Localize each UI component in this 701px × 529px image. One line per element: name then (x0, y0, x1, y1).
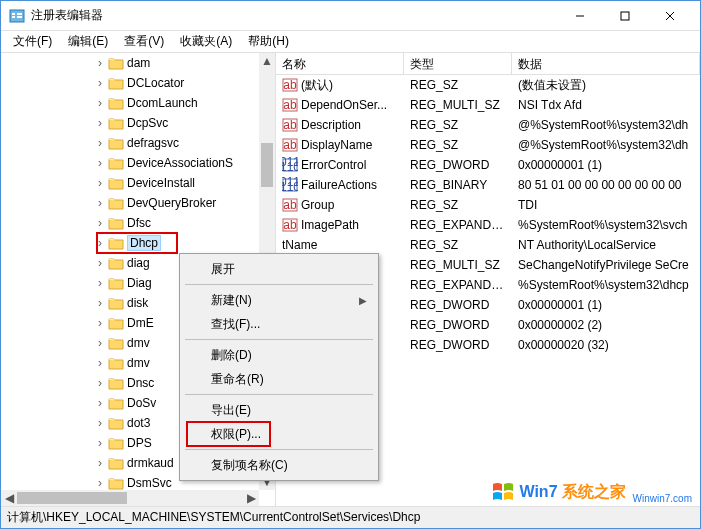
expand-icon[interactable]: › (93, 136, 107, 150)
tree-horizontal-scrollbar[interactable]: ◀ ▶ (1, 490, 259, 506)
value-data: 0x00000001 (1) (512, 158, 700, 172)
minimize-button[interactable] (557, 1, 602, 31)
expand-icon[interactable]: › (93, 56, 107, 70)
column-data-header[interactable]: 数据 (512, 53, 700, 74)
expand-icon[interactable]: › (93, 396, 107, 410)
folder-icon (108, 136, 124, 150)
tree-item-label: Dnsc (127, 376, 154, 390)
expand-icon[interactable]: › (93, 296, 107, 310)
string-value-icon: ab (282, 217, 298, 233)
svg-rect-6 (621, 12, 629, 20)
expand-icon[interactable]: › (93, 176, 107, 190)
value-data: (数值未设置) (512, 77, 700, 94)
menu-edit[interactable]: 编辑(E) (60, 31, 116, 52)
expand-icon[interactable]: › (93, 456, 107, 470)
tree-item-devquerybroker[interactable]: ›DevQueryBroker (1, 193, 275, 213)
tree-item-dfsc[interactable]: ›Dfsc (1, 213, 275, 233)
expand-icon[interactable]: › (93, 436, 107, 450)
svg-text:ab: ab (283, 198, 297, 212)
scroll-right-icon[interactable]: ▶ (243, 490, 259, 506)
value-name: abGroup (276, 197, 404, 213)
value-type: REG_DWORD (404, 338, 512, 352)
separator (185, 339, 373, 340)
column-name-header[interactable]: 名称 (276, 53, 404, 74)
folder-icon (108, 296, 124, 310)
folder-icon (108, 376, 124, 390)
expand-icon[interactable]: › (93, 156, 107, 170)
svg-text:ab: ab (283, 98, 297, 112)
value-data: SeChangeNotifyPrivilege SeCre (512, 258, 700, 272)
expand-icon[interactable]: › (93, 116, 107, 130)
svg-rect-4 (17, 16, 22, 18)
ctx-expand[interactable]: 展开 (183, 257, 375, 281)
ctx-copy-key-name[interactable]: 复制项名称(C) (183, 453, 375, 477)
value-row[interactable]: tNameREG_SZNT Authority\LocalService (276, 235, 700, 255)
value-row[interactable]: abDependOnSer...REG_MULTI_SZNSI Tdx Afd (276, 95, 700, 115)
expand-icon[interactable]: › (93, 196, 107, 210)
scroll-thumb[interactable] (17, 492, 127, 504)
tree-item-dhcp[interactable]: ›Dhcp (1, 233, 275, 253)
expand-icon[interactable]: › (93, 276, 107, 290)
binary-value-icon: 011110 (282, 177, 298, 193)
value-row[interactable]: 011110FailureActionsREG_BINARY80 51 01 0… (276, 175, 700, 195)
value-row[interactable]: abDescriptionREG_SZ@%SystemRoot%\system3… (276, 115, 700, 135)
value-row[interactable]: abImagePathREG_EXPAND_SZ%SystemRoot%\sys… (276, 215, 700, 235)
svg-text:110: 110 (282, 180, 298, 193)
ctx-find[interactable]: 查找(F)... (183, 312, 375, 336)
tree-item-dcomlaunch[interactable]: ›DcomLaunch (1, 93, 275, 113)
scroll-up-icon[interactable]: ▲ (259, 53, 275, 69)
expand-icon[interactable]: › (93, 376, 107, 390)
tree-item-defragsvc[interactable]: ›defragsvc (1, 133, 275, 153)
value-type: REG_SZ (404, 138, 512, 152)
separator (185, 284, 373, 285)
menu-help[interactable]: 帮助(H) (240, 31, 297, 52)
tree-item-dam[interactable]: ›dam (1, 53, 275, 73)
value-type: REG_EXPAND_SZ (404, 218, 512, 232)
value-name: 011110FailureActions (276, 177, 404, 193)
tree-item-label: DevQueryBroker (127, 196, 216, 210)
maximize-button[interactable] (602, 1, 647, 31)
ctx-delete[interactable]: 删除(D) (183, 343, 375, 367)
expand-icon[interactable]: › (93, 336, 107, 350)
expand-icon[interactable]: › (93, 316, 107, 330)
menu-file[interactable]: 文件(F) (5, 31, 60, 52)
value-data: %SystemRoot%\system32\svch (512, 218, 700, 232)
tree-item-label: DmE (127, 316, 154, 330)
value-row[interactable]: ab(默认)REG_SZ(数值未设置) (276, 75, 700, 95)
ctx-new[interactable]: 新建(N)▶ (183, 288, 375, 312)
tree-item-deviceassociations[interactable]: ›DeviceAssociationS (1, 153, 275, 173)
expand-icon[interactable]: › (93, 356, 107, 370)
menu-view[interactable]: 查看(V) (116, 31, 172, 52)
value-row[interactable]: 011110ErrorControlREG_DWORD0x00000001 (1… (276, 155, 700, 175)
tree-item-label: Dfsc (127, 216, 151, 230)
expand-icon[interactable]: › (93, 216, 107, 230)
value-row[interactable]: abGroupREG_SZTDI (276, 195, 700, 215)
column-type-header[interactable]: 类型 (404, 53, 512, 74)
svg-text:ab: ab (283, 78, 297, 92)
menu-favorites[interactable]: 收藏夹(A) (172, 31, 240, 52)
expand-icon[interactable]: › (93, 416, 107, 430)
tree-item-deviceinstall[interactable]: ›DeviceInstall (1, 173, 275, 193)
value-data: 80 51 01 00 00 00 00 00 00 00 (512, 178, 700, 192)
expand-icon[interactable]: › (93, 476, 107, 490)
expand-icon[interactable]: › (93, 236, 107, 250)
value-type: REG_SZ (404, 238, 512, 252)
ctx-export[interactable]: 导出(E) (183, 398, 375, 422)
value-type: REG_SZ (404, 78, 512, 92)
scroll-left-icon[interactable]: ◀ (1, 490, 17, 506)
close-button[interactable] (647, 1, 692, 31)
expand-icon[interactable]: › (93, 76, 107, 90)
expand-icon[interactable]: › (93, 256, 107, 270)
ctx-permissions[interactable]: 权限(P)... (183, 422, 375, 446)
ctx-rename[interactable]: 重命名(R) (183, 367, 375, 391)
window-title: 注册表编辑器 (31, 7, 557, 24)
expand-icon[interactable]: › (93, 96, 107, 110)
folder-icon (108, 76, 124, 90)
statusbar: 计算机\HKEY_LOCAL_MACHINE\SYSTEM\CurrentCon… (1, 506, 700, 528)
tree-item-dclocator[interactable]: ›DCLocator (1, 73, 275, 93)
folder-icon (108, 476, 124, 490)
value-row[interactable]: abDisplayNameREG_SZ@%SystemRoot%\system3… (276, 135, 700, 155)
scroll-thumb[interactable] (261, 143, 273, 187)
tree-item-dcpsvc[interactable]: ›DcpSvc (1, 113, 275, 133)
tree-item-label: dmv (127, 336, 150, 350)
